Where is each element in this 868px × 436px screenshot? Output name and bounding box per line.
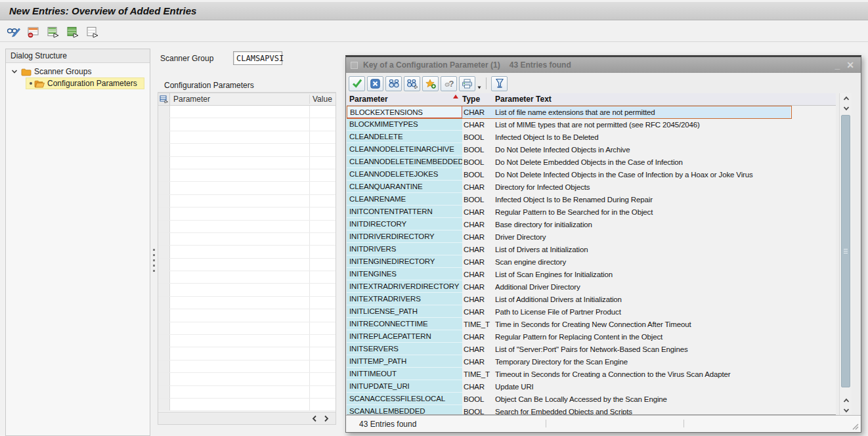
row-select-cell[interactable]: [158, 207, 170, 219]
cell-param[interactable]: BLOCKMIMETYPES: [347, 118, 462, 131]
empty-table-row[interactable]: [158, 271, 336, 284]
empty-table-row[interactable]: [158, 297, 336, 309]
value-cell[interactable]: [309, 169, 336, 181]
resize-grip-icon[interactable]: [851, 422, 859, 430]
table-row[interactable]: BLOCKEXTENSIONSCHARList of file name ext…: [347, 106, 836, 118]
cell-param[interactable]: SCANALLEMBEDDED: [347, 405, 462, 415]
row-select-cell[interactable]: [158, 118, 170, 130]
cell-param[interactable]: CLEANQUARANTINE: [347, 181, 462, 193]
empty-table-row[interactable]: [158, 182, 336, 194]
row-select-cell[interactable]: [158, 246, 170, 257]
table-row[interactable]: INITUPDATE_URICHARUpdate URI: [347, 380, 836, 393]
value-cell[interactable]: [309, 144, 336, 156]
cell-type[interactable]: TIME_T: [462, 318, 495, 330]
parameter-cell[interactable]: [170, 169, 309, 181]
sidebar-item-configuration-parameters[interactable]: Configuration Parameters: [6, 77, 150, 89]
parameter-cell[interactable]: [170, 335, 309, 347]
cell-text[interactable]: List of MIME types that are not permitte…: [495, 118, 791, 131]
value-cell[interactable]: [309, 373, 336, 385]
deselect-rows-icon[interactable]: [85, 26, 100, 39]
empty-table-row[interactable]: [158, 373, 336, 385]
scroll-left-icon[interactable]: [312, 415, 317, 422]
column-header-parameter-text[interactable]: Parameter Text: [495, 93, 791, 105]
row-select-cell[interactable]: [158, 131, 170, 143]
copy-rows-icon[interactable]: [46, 26, 60, 39]
parameter-cell[interactable]: [170, 144, 309, 156]
vertical-scrollbar[interactable]: [839, 93, 852, 415]
parameter-cell[interactable]: [170, 157, 309, 169]
table-row[interactable]: SCANACCESSFILESLOCALBOOLObject Can Be Lo…: [347, 393, 836, 405]
row-select-cell[interactable]: [158, 195, 170, 207]
cell-text[interactable]: Infected Object Is to Be Renamed During …: [495, 193, 791, 206]
cell-text[interactable]: Do Not Delete Infected Objects in the Ca…: [495, 168, 791, 181]
cell-type[interactable]: CHAR: [462, 330, 495, 343]
cell-text[interactable]: Scan engine directory: [495, 255, 791, 268]
value-cell[interactable]: [309, 347, 336, 359]
cell-type[interactable]: CHAR: [462, 106, 495, 118]
sidebar-item-scanner-groups[interactable]: Scanner Groups: [6, 66, 150, 77]
table-row[interactable]: SCANALLEMBEDDEDBOOLSearch for Embedded O…: [347, 405, 836, 415]
cell-param[interactable]: INITENGINES: [347, 268, 462, 280]
parameter-cell[interactable]: [170, 131, 309, 143]
cell-text[interactable]: List of Scan Engines for Initialization: [495, 268, 791, 280]
cell-type[interactable]: CHAR: [462, 118, 495, 131]
parameter-cell[interactable]: [170, 246, 309, 257]
row-select-cell[interactable]: [158, 259, 170, 271]
parameter-cell[interactable]: [170, 271, 309, 283]
value-cell[interactable]: [309, 157, 336, 169]
value-cell[interactable]: [309, 106, 336, 118]
table-row[interactable]: CLEANNODELETEINEMBEDDEDBOOLDo Not Delete…: [347, 156, 836, 168]
cell-type[interactable]: CHAR: [462, 293, 495, 305]
empty-table-row[interactable]: [158, 131, 336, 144]
row-select-cell[interactable]: [158, 297, 170, 309]
continue-check-icon[interactable]: [349, 76, 365, 91]
cell-type[interactable]: BOOL: [462, 131, 495, 143]
cell-param[interactable]: INITLICENSE_PATH: [347, 305, 462, 318]
table-row[interactable]: INITTEMP_PATHCHARTemporary Directory for…: [347, 355, 836, 368]
table-row[interactable]: INITDRIVERSCHARList of Drivers at Initia…: [347, 243, 836, 255]
parameter-cell[interactable]: [170, 233, 309, 245]
row-select-cell[interactable]: [158, 322, 170, 334]
parameter-cell[interactable]: [170, 347, 309, 359]
cell-param[interactable]: CLEANRENAME: [347, 193, 462, 206]
empty-table-row[interactable]: [158, 259, 336, 271]
value-cell[interactable]: [309, 322, 336, 334]
cell-text[interactable]: Do Not Delete Embedded Objects in the Ca…: [495, 156, 791, 168]
table-row[interactable]: INITRECONNECTTIMETIME_TTime in Seconds f…: [347, 318, 836, 330]
row-select-cell[interactable]: [158, 221, 170, 232]
table-select-icon[interactable]: [158, 93, 170, 105]
select-all-rows-icon[interactable]: [66, 26, 80, 39]
scroll-down-icon[interactable]: [840, 103, 852, 113]
empty-table-row[interactable]: [158, 207, 336, 220]
cell-text[interactable]: Do Not Delete Infected Objects in Archiv…: [495, 143, 791, 156]
close-icon[interactable]: ✕: [846, 60, 854, 70]
row-select-cell[interactable]: [158, 106, 170, 118]
empty-table-row[interactable]: [158, 309, 336, 322]
cell-text[interactable]: List of "Server:Port" Pairs for Network-…: [495, 343, 791, 355]
parameter-cell[interactable]: [170, 360, 309, 372]
value-cell[interactable]: [309, 271, 336, 283]
scroll-up-icon[interactable]: [840, 93, 852, 103]
table-row[interactable]: INITREPLACEPATTERNCHARRegular Pattern fo…: [347, 330, 836, 343]
value-cell[interactable]: [309, 399, 336, 410]
dialog-title-bar[interactable]: Key of a Configuration Parameter (1) 43 …: [346, 57, 861, 73]
value-cell[interactable]: [309, 246, 336, 257]
parameter-cell[interactable]: [170, 284, 309, 295]
parameter-cell[interactable]: [170, 259, 309, 271]
cell-type[interactable]: CHAR: [462, 230, 495, 243]
row-select-cell[interactable]: [158, 157, 170, 169]
value-cell[interactable]: [309, 297, 336, 309]
empty-table-row[interactable]: [158, 169, 336, 182]
parameter-cell[interactable]: [170, 297, 309, 309]
cell-param[interactable]: INITRECONNECTTIME: [347, 318, 462, 330]
cell-type[interactable]: TIME_T: [462, 368, 495, 380]
find-icon[interactable]: [385, 76, 402, 91]
scroll-down-icon[interactable]: [840, 405, 852, 415]
row-select-cell[interactable]: [158, 144, 170, 156]
parameter-cell[interactable]: [170, 386, 309, 398]
cell-param[interactable]: INITREPLACEPATTERN: [347, 330, 462, 343]
delete-row-icon[interactable]: [26, 26, 41, 39]
value-cell[interactable]: [309, 335, 336, 347]
cell-text[interactable]: List of Drivers at Initialization: [495, 243, 791, 255]
table-row[interactable]: INITSERVERSCHARList of "Server:Port" Pai…: [347, 343, 836, 355]
